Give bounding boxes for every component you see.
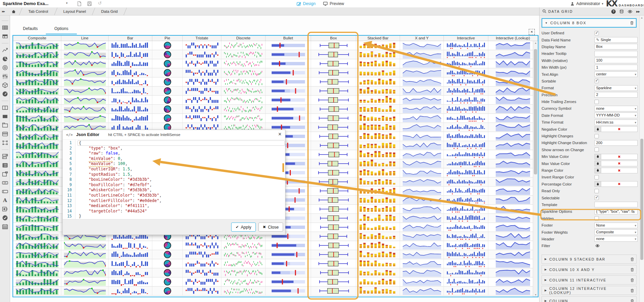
code-line[interactable]: "outlierIQR": 1.5, bbox=[79, 167, 285, 172]
column-header-composite[interactable]: Composite bbox=[13, 36, 61, 41]
selectable-checkbox[interactable] bbox=[594, 196, 599, 200]
code-line[interactable]: "maxValue": 100, bbox=[79, 161, 285, 167]
show-arrows-on-change-checkbox[interactable] bbox=[594, 147, 599, 152]
column-header-bullet[interactable]: Bullet bbox=[266, 36, 311, 41]
droplet-icon[interactable] bbox=[594, 168, 601, 173]
data-sources-icon[interactable] bbox=[619, 9, 624, 14]
time-format-select[interactable]: HH:mm:ss bbox=[594, 120, 638, 125]
min-width-px--input[interactable]: 1 bbox=[594, 65, 638, 70]
code-line[interactable]: "targetColor": "#44a524" bbox=[79, 209, 285, 214]
data-field-name-input[interactable]: ✎Single bbox=[594, 37, 638, 43]
delete-column-icon[interactable] bbox=[630, 288, 634, 293]
breadcrumb-home[interactable] bbox=[7, 7, 20, 15]
code-line[interactable]: "medianColor": "#f41111", bbox=[79, 203, 285, 209]
section-column-10-x-and-y[interactable]: ▶COLUMN 10 X AND Y bbox=[542, 265, 637, 274]
column-header-stacked[interactable]: Stacked Bar bbox=[356, 36, 400, 41]
column-header-box[interactable]: Box bbox=[311, 36, 356, 41]
panel-scroll-thumb[interactable] bbox=[640, 139, 643, 260]
undo-icon[interactable]: ↺ bbox=[98, 0, 102, 6]
clear-color-button[interactable]: ✖ bbox=[601, 126, 638, 132]
close-button[interactable]: ✖ Close bbox=[258, 223, 283, 232]
section-column8-box[interactable]: ▼ COLUMN 8 BOX bbox=[542, 18, 637, 28]
code-line[interactable]: "type": "box", bbox=[79, 146, 285, 151]
delete-column-icon[interactable] bbox=[630, 267, 634, 272]
save-icon[interactable] bbox=[87, 1, 92, 6]
column-header-xy[interactable]: X and Y bbox=[400, 36, 444, 41]
template-input[interactable] bbox=[594, 202, 638, 207]
droplet-icon[interactable] bbox=[594, 126, 601, 132]
column-header-tristate[interactable]: Tristate bbox=[183, 36, 221, 41]
precision-input[interactable]: 2 bbox=[594, 92, 638, 98]
filter-visibility-toggle[interactable] bbox=[595, 244, 600, 247]
droplet-icon[interactable] bbox=[594, 181, 601, 187]
droplet-icon[interactable] bbox=[594, 161, 601, 166]
delete-column-icon[interactable] bbox=[630, 257, 634, 262]
highlight-changes-checkbox[interactable] bbox=[594, 134, 599, 138]
footer-select[interactable]: None bbox=[594, 223, 638, 228]
sidebar-item-table[interactable] bbox=[2, 25, 8, 31]
range-color-picker[interactable]: ✖ bbox=[594, 168, 638, 173]
sidebar-item-text-label[interactable]: A bbox=[2, 197, 8, 203]
sidebar-item-media-player[interactable] bbox=[2, 206, 8, 212]
apply-button[interactable]: ✔ Apply bbox=[231, 223, 256, 232]
hide-trailing-zeroes-checkbox[interactable] bbox=[594, 100, 599, 104]
code-line[interactable]: "outlierFillColor": "#e0dede", bbox=[79, 198, 285, 204]
sidebar-item-split-panel[interactable] bbox=[2, 105, 8, 111]
sidebar-item-text-input[interactable] bbox=[2, 189, 8, 195]
clear-color-button[interactable]: ✖ bbox=[601, 161, 638, 166]
dashboard-title[interactable]: Sparkline Demo Exa... bbox=[3, 1, 49, 6]
visibility-icon[interactable] bbox=[627, 10, 633, 13]
title-dropdown-icon[interactable]: ▾ bbox=[66, 1, 68, 5]
scroll-down-icon[interactable]: ▼ bbox=[533, 294, 538, 296]
max-value-color-picker[interactable]: ✖ bbox=[594, 161, 638, 166]
code-line[interactable]: } bbox=[79, 214, 285, 219]
search-icon[interactable] bbox=[542, 9, 547, 13]
sidebar-item-calendar[interactable] bbox=[2, 224, 8, 230]
breadcrumb-tab-layout-panel[interactable]: Layout Panel bbox=[57, 7, 93, 15]
design-mode-button[interactable]: Design bbox=[297, 1, 315, 6]
section-column-12-interactive-lookup-[interactable]: ▶COLUMN 12 INTERACTIVE (LOOKUP) bbox=[542, 286, 637, 295]
help-icon[interactable]: ? bbox=[611, 9, 616, 14]
preview-mode-button[interactable]: Preview bbox=[323, 1, 344, 6]
column-header-discrete[interactable]: Discrete bbox=[221, 36, 266, 41]
sidebar-item-ok-button[interactable]: OK bbox=[2, 180, 8, 186]
width-relative--input[interactable]: 100 bbox=[594, 58, 638, 63]
tab-defaults[interactable]: Defaults bbox=[15, 24, 46, 34]
footer-weights-select[interactable]: Composite bbox=[594, 229, 638, 235]
clear-color-button[interactable]: ✖ bbox=[601, 181, 638, 187]
user-menu[interactable]: Administrator ▾ bbox=[570, 0, 603, 7]
section-column-11-interactive[interactable]: ▶COLUMN 11 INTERACTIVE bbox=[542, 275, 637, 284]
remove-component-button[interactable]: ✕ bbox=[529, 29, 535, 35]
user-defined-checkbox[interactable] bbox=[594, 31, 599, 35]
read-only-checkbox[interactable] bbox=[594, 189, 599, 193]
code-line[interactable]: "spotRadius": 1.5, bbox=[79, 172, 285, 177]
header-tooltip-input[interactable] bbox=[594, 51, 638, 57]
sidebar-item-combo-input[interactable] bbox=[2, 154, 8, 160]
column-header-interactive[interactable]: Interactive bbox=[444, 36, 488, 41]
highlight-change-duration-input[interactable]: 200 bbox=[594, 140, 638, 146]
collapse-panel-icon[interactable]: ▸▸ bbox=[636, 9, 640, 14]
sidebar-item-pie-chart[interactable] bbox=[2, 56, 8, 62]
sidebar-item-cube-chart[interactable] bbox=[2, 82, 8, 88]
sidebar-item-donut-chart[interactable] bbox=[2, 65, 8, 71]
droplet-icon[interactable] bbox=[594, 154, 601, 160]
sidebar-item-line-chart[interactable] bbox=[2, 47, 8, 53]
sortable-checkbox[interactable] bbox=[594, 79, 599, 83]
new-file-icon[interactable] bbox=[77, 1, 82, 6]
code-line[interactable]: "raw": false, bbox=[79, 151, 285, 156]
code-content[interactable]: { "type": "box", "raw": false, "minValue… bbox=[75, 140, 285, 220]
display-name-input[interactable]: Box bbox=[594, 44, 638, 49]
code-line[interactable]: "whiskerColor": "#3d3b3b", bbox=[79, 188, 285, 193]
percentage-color-picker[interactable]: ✖ bbox=[594, 181, 638, 187]
text-align-select[interactable]: center bbox=[594, 71, 638, 77]
code-line[interactable]: "minValue": 0, bbox=[79, 156, 285, 162]
sidebar-item-layout-panel[interactable] bbox=[2, 131, 8, 137]
column-header-bar[interactable]: Bar bbox=[109, 36, 152, 41]
sidebar-item-list-view[interactable] bbox=[2, 162, 8, 168]
format-select[interactable]: Sparkline bbox=[594, 85, 638, 91]
date-format-select[interactable]: YYYY-MM-DD bbox=[594, 112, 638, 118]
sidebar-item-group-select[interactable] bbox=[2, 140, 8, 146]
column-header-pie[interactable]: Pie bbox=[152, 36, 183, 41]
delete-column-icon[interactable] bbox=[630, 278, 634, 282]
header-select[interactable]: none bbox=[594, 236, 638, 242]
